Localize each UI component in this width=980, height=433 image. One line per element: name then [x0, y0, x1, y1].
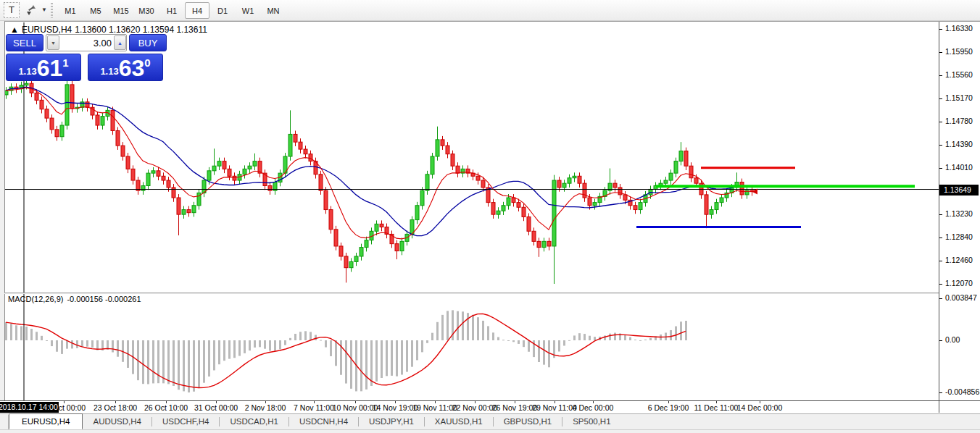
macd-axis-label: 0.003847: [945, 293, 977, 302]
collapse-arrow-icon[interactable]: ▲: [10, 25, 19, 35]
axis-tick: [939, 98, 942, 99]
axis-tick: [939, 284, 942, 285]
symbol-tab-sp500[interactable]: SP500,H1: [562, 414, 620, 429]
volume-stepper: ▼ ▲: [46, 34, 127, 51]
timeframe-button-w1[interactable]: W1: [236, 2, 260, 19]
timeframe-button-m30[interactable]: M30: [134, 2, 159, 19]
chart-ohlc-values: 1.13600 1.13620 1.13594 1.13611: [75, 25, 207, 35]
crosshair-price-label: 1.13649: [939, 185, 979, 196]
price-axis-label: 1.15950: [945, 47, 973, 56]
symbol-tab-usdchf[interactable]: USDCHF,H4: [152, 414, 220, 429]
axis-tick: [939, 122, 942, 122]
pane-divider[interactable]: [4, 293, 980, 294]
volume-decrease-button[interactable]: ▼: [47, 35, 59, 50]
axis-tick: [939, 392, 942, 393]
top-toolbar: T ▼ M1M5M15M30H1H4D1W1MN: [0, 0, 980, 21]
axis-tick: [939, 52, 942, 53]
axis-tick: [939, 145, 942, 146]
chevron-down-icon[interactable]: ▼: [41, 7, 47, 13]
chart-symbol-period: EURUSD,H4: [22, 25, 72, 35]
sell-button[interactable]: SELL: [6, 34, 43, 51]
price-axis-label: 1.15170: [945, 93, 973, 102]
axis-tick: [939, 340, 942, 341]
symbol-tab-audusd[interactable]: AUDUSD,H4: [83, 414, 151, 429]
crosshair-time-label: 2018.10.17 14:00: [0, 402, 59, 413]
price-axis-label: 1.14390: [945, 140, 973, 148]
buy-price-prefix: 1.13: [100, 66, 118, 77]
text-tool-button[interactable]: T: [4, 2, 20, 18]
symbol-tab-usdcad[interactable]: USDCAD,H1: [220, 414, 288, 429]
status-strip: [0, 429, 980, 433]
axis-tick: [939, 75, 942, 76]
one-click-trading-panel: SELL ▼ ▲ BUY 1.13 61 1 1.13 63 0: [6, 34, 167, 81]
sell-price-big: 61: [37, 57, 63, 79]
axis-tick: [939, 298, 942, 299]
axis-tick: [939, 237, 942, 238]
price-axis[interactable]: 1.163301.159501.155601.151701.147801.143…: [939, 22, 980, 400]
volume-input[interactable]: [61, 35, 112, 51]
axis-tick: [939, 29, 942, 30]
buy-price-big: 63: [119, 57, 145, 79]
timeframe-button-m15[interactable]: M15: [109, 2, 133, 19]
timeframe-button-mn[interactable]: MN: [261, 2, 286, 19]
macd-axis-label: 0.00: [945, 335, 960, 344]
timeframe-bar: M1M5M15M30H1H4D1W1MN: [58, 2, 286, 19]
window-arrange-icon[interactable]: [25, 4, 38, 16]
price-axis-label: 1.12840: [945, 232, 973, 241]
price-axis-label: 1.14780: [945, 117, 973, 125]
volume-increase-button[interactable]: ▲: [114, 35, 126, 50]
price-axis-label: 1.12460: [945, 256, 973, 264]
time-axis-label: 4 Dec 00:00: [564, 403, 622, 412]
axis-tick: [939, 214, 942, 215]
tabbar-spacer: [0, 415, 9, 429]
price-axis-label: 1.16330: [945, 24, 973, 33]
timeframe-button-h4[interactable]: H4: [185, 2, 209, 19]
macd-name: MACD(12,26,9): [8, 295, 63, 303]
symbol-tab-xauusd[interactable]: XAUUSD,H1: [425, 414, 493, 429]
macd-values: -0.000156 -0.000261: [67, 295, 141, 303]
time-axis-label: 14 Dec 00:00: [731, 403, 789, 412]
toolbar-grip: [51, 3, 53, 18]
price-axis-label: 1.14010: [945, 163, 973, 172]
price-axis-label: 1.12070: [945, 279, 973, 287]
time-axis-label: 23 Oct 18:00: [86, 403, 144, 412]
buy-quote[interactable]: 1.13 63 0: [88, 54, 163, 81]
price-axis-separator: [939, 22, 939, 413]
symbol-tab-usdjpy[interactable]: USDJPY,H1: [359, 414, 424, 429]
price-axis-label: 1.15560: [945, 70, 973, 79]
axis-tick: [939, 168, 942, 169]
macd-indicator-label: MACD(12,26,9)-0.000156 -0.000261: [8, 295, 145, 303]
sell-quote[interactable]: 1.13 61 1: [6, 54, 81, 81]
macd-axis-label: -0.004856: [945, 387, 979, 396]
symbol-tabbar: EURUSD,H4AUDUSD,H4USDCHF,H4USDCAD,H1USDC…: [0, 413, 980, 429]
axis-tick: [939, 261, 942, 261]
symbol-tab-gbpusd[interactable]: GBPUSD,H1: [494, 414, 562, 429]
time-axis[interactable]: 19 Oct 00:0023 Oct 18:0026 Oct 10:0031 O…: [0, 400, 980, 413]
timeframe-button-m5[interactable]: M5: [83, 2, 108, 19]
chart-title: ▲EURUSD,H41.13600 1.13620 1.13594 1.1361…: [10, 25, 210, 35]
buy-button[interactable]: BUY: [129, 34, 167, 51]
symbol-tab-usdcnh[interactable]: USDCNH,H4: [289, 414, 358, 429]
price-axis-label: 1.13230: [945, 209, 973, 218]
sell-price-prefix: 1.13: [18, 66, 36, 77]
sell-price-pipette: 1: [62, 56, 68, 69]
symbol-tab-eurusd[interactable]: EURUSD,H4: [9, 413, 83, 429]
time-axis-label: 26 Oct 10:00: [137, 403, 195, 412]
timeframe-button-m1[interactable]: M1: [58, 2, 83, 19]
timeframe-button-h1[interactable]: H1: [159, 2, 184, 19]
buy-price-pipette: 0: [144, 56, 150, 69]
timeframe-button-d1[interactable]: D1: [210, 2, 235, 19]
